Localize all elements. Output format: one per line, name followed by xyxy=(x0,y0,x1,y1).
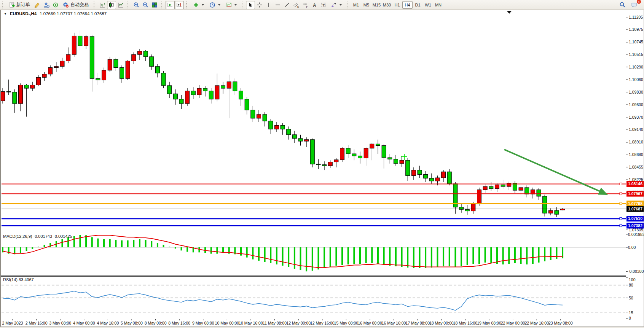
autotrade-button[interactable]: 自动交易 xyxy=(60,1,91,9)
timeframe-w1-button[interactable]: W1 xyxy=(423,1,433,9)
toolbar-group-scroll xyxy=(161,0,185,10)
candlestick-chart-canvas[interactable]: 1.112051.109751.107451.105151.102901.100… xyxy=(0,0,644,328)
chart-ohlc-values: 1.07669 1.07707 1.07664 1.07687 xyxy=(40,11,107,16)
panel-separator-rsi[interactable] xyxy=(1,275,626,277)
svg-text:9 May 08:00: 9 May 08:00 xyxy=(192,321,214,325)
templates-icon xyxy=(226,2,232,8)
svg-text:2 May 16:00: 2 May 16:00 xyxy=(26,321,48,325)
svg-text:1.10290: 1.10290 xyxy=(629,65,643,69)
equidistant-channel-button[interactable]: E xyxy=(292,1,301,9)
svg-text:F: F xyxy=(306,5,308,8)
profile-button[interactable] xyxy=(42,1,51,9)
arrows-button[interactable] xyxy=(328,1,344,9)
auto-scroll-button[interactable] xyxy=(166,1,175,9)
trendline-icon xyxy=(284,2,290,8)
timeframe-mn-button[interactable]: MN xyxy=(433,1,443,9)
new-order-button[interactable]: 新订单 xyxy=(6,1,33,9)
svg-text:A: A xyxy=(313,2,316,8)
svg-text:10 May 00:00: 10 May 00:00 xyxy=(215,321,239,325)
svg-text:12 May 00:00: 12 May 00:00 xyxy=(286,321,311,325)
svg-text:100: 100 xyxy=(629,277,636,282)
crosshair-icon xyxy=(257,2,263,8)
indicators-icon xyxy=(193,2,199,8)
timeframe-m5-button[interactable]: M5 xyxy=(361,1,371,9)
notification-badge: 1 xyxy=(636,0,641,4)
highlighter-button[interactable] xyxy=(33,1,42,9)
templates-button[interactable] xyxy=(223,1,239,9)
timeframe-h1-button[interactable]: H1 xyxy=(392,1,402,9)
svg-text:0.001982: 0.001982 xyxy=(628,232,644,237)
tile-windows-button[interactable] xyxy=(150,1,159,9)
fibonacci-button[interactable]: F xyxy=(301,1,310,9)
svg-text:18 May 16:00: 18 May 16:00 xyxy=(453,321,478,325)
svg-text:1.09140: 1.09140 xyxy=(629,127,643,132)
trendline-button[interactable] xyxy=(282,1,292,9)
svg-text:50: 50 xyxy=(629,296,633,300)
horizontal-line-button[interactable] xyxy=(273,1,282,9)
toolbar-group-zoom xyxy=(127,0,161,10)
text-button[interactable]: A xyxy=(310,1,319,9)
periods-dropdown-arrow[interactable] xyxy=(218,4,220,6)
svg-text:18 May 00:00: 18 May 00:00 xyxy=(429,321,454,325)
line-chart-button[interactable] xyxy=(116,1,125,9)
svg-text:23 May 08:00: 23 May 08:00 xyxy=(548,321,573,325)
notifications-button[interactable]: 1 xyxy=(630,1,639,9)
timeframe-m15-button[interactable]: M15 xyxy=(371,1,382,9)
svg-text:5 May 08:00: 5 May 08:00 xyxy=(121,321,143,325)
svg-text:16 May 00:00: 16 May 00:00 xyxy=(358,321,382,325)
svg-text:15 May 08:00: 15 May 08:00 xyxy=(334,321,359,325)
cursor-button[interactable] xyxy=(246,1,255,9)
timeframe-m1-button[interactable]: M1 xyxy=(351,1,361,9)
timeframe-h4-button[interactable]: H4 xyxy=(402,1,413,9)
svg-text:1.07967: 1.07967 xyxy=(628,191,642,196)
text-icon: A xyxy=(311,2,317,8)
auto-scroll-icon xyxy=(167,2,173,8)
indicators-dropdown-arrow[interactable] xyxy=(202,4,204,6)
candlestick-chart-button[interactable] xyxy=(107,1,116,9)
indicators-button[interactable] xyxy=(190,1,207,9)
svg-text:1.10745: 1.10745 xyxy=(629,40,643,44)
panel-separator-macd[interactable] xyxy=(1,232,626,233)
chart-shift-button[interactable] xyxy=(175,1,184,9)
macd-indicator-label: MACD(12,26,9) -0.001743 -0.001425 xyxy=(3,234,72,239)
text-label-icon: T xyxy=(320,2,327,8)
svg-text:22 May 00:00: 22 May 00:00 xyxy=(501,321,525,325)
broadcast-icon xyxy=(53,2,59,8)
chart-symbol-period: EURUSD-,H4 xyxy=(10,11,37,16)
svg-text:0.00: 0.00 xyxy=(628,245,636,250)
svg-text:1.08146: 1.08146 xyxy=(628,182,642,186)
bar-chart-button[interactable] xyxy=(98,1,107,9)
svg-text:17 May 08:00: 17 May 08:00 xyxy=(405,321,430,325)
svg-text:2 May 2023: 2 May 2023 xyxy=(2,321,23,325)
timeframe-m30-button[interactable]: M30 xyxy=(382,1,392,9)
autotrade-label: 自动交易 xyxy=(70,2,89,8)
vertical-line-button[interactable] xyxy=(264,1,273,9)
zoom-in-button[interactable] xyxy=(132,1,141,9)
svg-text:19 May 08:00: 19 May 08:00 xyxy=(477,321,501,325)
svg-text:1.07788: 1.07788 xyxy=(628,201,642,206)
toolbar-group-orders: 新订单 xyxy=(1,0,93,10)
arrows-dropdown-arrow[interactable] xyxy=(340,4,342,6)
timeframe-d1-button[interactable]: D1 xyxy=(413,1,423,9)
text-label-button[interactable]: T xyxy=(319,1,328,9)
toolbar-group-insert xyxy=(185,0,241,10)
zoom-out-button[interactable] xyxy=(141,1,150,9)
svg-text:4 May 16:00: 4 May 16:00 xyxy=(97,321,119,325)
svg-text:80: 80 xyxy=(629,283,633,287)
svg-text:8 May 00:00: 8 May 00:00 xyxy=(145,321,167,325)
svg-text:11 May 08:00: 11 May 08:00 xyxy=(263,321,287,325)
profile-icon xyxy=(43,2,49,8)
templates-dropdown-arrow[interactable] xyxy=(234,4,237,6)
search-button[interactable] xyxy=(618,1,627,9)
periods-button[interactable] xyxy=(207,1,223,9)
symbol-dropdown-icon[interactable]: ▼ xyxy=(4,12,7,16)
toolbar-right: 1 xyxy=(618,1,643,9)
chart-shift-icon xyxy=(176,2,182,8)
svg-text:3 May 08:00: 3 May 08:00 xyxy=(49,321,71,325)
crosshair-button[interactable] xyxy=(255,1,264,9)
news-button[interactable] xyxy=(51,1,60,9)
svg-text:1.10975: 1.10975 xyxy=(629,27,643,32)
candlestick-icon xyxy=(108,2,115,8)
svg-text:1.09830: 1.09830 xyxy=(629,90,643,94)
svg-text:1.08910: 1.08910 xyxy=(629,140,643,144)
